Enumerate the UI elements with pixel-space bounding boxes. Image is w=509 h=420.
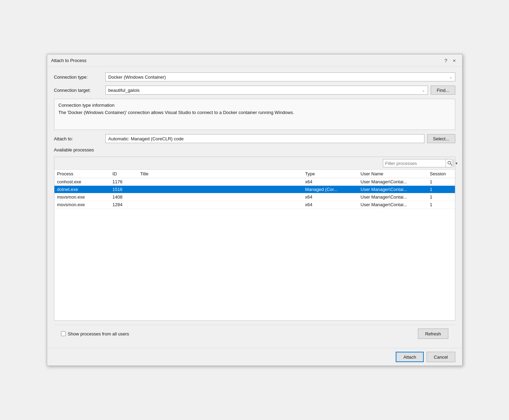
filter-processes-input[interactable] <box>383 160 446 167</box>
bottom-bar: Show processes from all users Refresh <box>54 325 455 342</box>
col-header-process: Process <box>54 170 110 178</box>
svg-point-0 <box>448 161 450 164</box>
title-bar-left: Attach to Process <box>51 58 87 63</box>
connection-target-combo[interactable]: beautiful_galois ⌄ <box>105 86 428 95</box>
connection-target-label: Connection target: <box>54 88 103 93</box>
processes-table: Process ID Title Type User Name Session … <box>54 170 455 209</box>
table-cell <box>138 186 302 193</box>
attach-to-value-box: Automatic: Managed (CoreCLR) code <box>105 134 424 143</box>
title-bar-controls: ? × <box>442 57 458 64</box>
info-box-text: The 'Docker (Windows Container)' connect… <box>59 110 451 115</box>
table-cell: x64 <box>302 193 358 201</box>
connection-target-row: Connection target: beautiful_galois ⌄ Fi… <box>54 86 455 95</box>
attach-to-label: Attach to: <box>54 136 103 141</box>
table-cell: 1516 <box>110 186 138 193</box>
table-cell: User Manager\Contai... <box>358 193 427 201</box>
table-cell: User Manager\Contai... <box>358 178 427 186</box>
col-header-username: User Name <box>358 170 427 178</box>
col-header-type: Type <box>302 170 358 178</box>
connection-type-arrow-icon: ⌄ <box>449 75 452 79</box>
info-box: Connection type information The 'Docker … <box>54 99 455 130</box>
table-cell: 1284 <box>110 201 138 209</box>
col-header-title: Title <box>138 170 302 178</box>
info-box-title: Connection type information <box>59 103 451 108</box>
table-cell: 1 <box>427 178 455 186</box>
close-button[interactable]: × <box>451 57 458 64</box>
table-cell: 1 <box>427 186 455 193</box>
table-cell: Managed (Cor... <box>302 186 358 193</box>
connection-target-arrow-icon: ⌄ <box>422 88 425 92</box>
table-cell: User Manager\Contai... <box>358 201 427 209</box>
attach-to-process-dialog: Attach to Process ? × Connection type: D… <box>47 54 463 366</box>
show-all-users-row: Show processes from all users <box>61 331 129 336</box>
connection-type-combo[interactable]: Docker (Windows Container) ⌄ <box>105 72 455 81</box>
svg-line-1 <box>450 164 452 165</box>
cancel-button[interactable]: Cancel <box>427 352 455 362</box>
table-cell: 1 <box>427 201 455 209</box>
filter-input-wrapper: ▼ <box>383 159 452 167</box>
show-all-users-label: Show processes from all users <box>68 331 129 336</box>
table-row[interactable]: msvsmon.exe1284x64User Manager\Contai...… <box>54 201 455 209</box>
available-processes-label: Available processes <box>54 147 455 152</box>
col-header-session: Session <box>427 170 455 178</box>
refresh-button[interactable]: Refresh <box>418 329 448 339</box>
attach-to-control: Automatic: Managed (CoreCLR) code Select… <box>105 134 455 143</box>
section-label-text: Available processes <box>54 147 94 152</box>
col-header-id: ID <box>110 170 138 178</box>
table-cell: msvsmon.exe <box>54 193 110 201</box>
connection-target-control: beautiful_galois ⌄ Find... <box>105 86 455 95</box>
filter-bar: ▼ <box>54 157 455 170</box>
table-row[interactable]: dotnet.exe1516Managed (Cor...User Manage… <box>54 186 455 193</box>
connection-type-row: Connection type: Docker (Windows Contain… <box>54 72 455 81</box>
table-row[interactable]: msvsmon.exe1408x64User Manager\Contai...… <box>54 193 455 201</box>
process-table: Process ID Title Type User Name Session … <box>54 170 455 320</box>
table-header-row: Process ID Title Type User Name Session <box>54 170 455 178</box>
connection-target-value: beautiful_galois <box>108 88 140 93</box>
help-button[interactable]: ? <box>442 57 449 64</box>
table-cell: x64 <box>302 201 358 209</box>
table-cell: 1176 <box>110 178 138 186</box>
dialog-body: Connection type: Docker (Windows Contain… <box>47 67 462 348</box>
connection-type-value: Docker (Windows Container) <box>108 75 166 80</box>
table-cell <box>138 201 302 209</box>
attach-to-row: Attach to: Automatic: Managed (CoreCLR) … <box>54 134 455 143</box>
show-all-users-checkbox[interactable] <box>61 331 66 336</box>
table-cell: msvsmon.exe <box>54 201 110 209</box>
table-cell: 1 <box>427 193 455 201</box>
find-button[interactable]: Find... <box>431 86 455 95</box>
dialog-title: Attach to Process <box>51 58 87 63</box>
attach-to-value: Automatic: Managed (CoreCLR) code <box>108 136 184 141</box>
table-cell: x64 <box>302 178 358 186</box>
filter-dropdown-button[interactable]: ▼ <box>454 159 459 167</box>
connection-type-control: Docker (Windows Container) ⌄ <box>105 72 455 81</box>
process-tbody: conhost.exe1176x64User Manager\Contai...… <box>54 178 455 209</box>
connection-type-label: Connection type: <box>54 75 103 80</box>
filter-search-button[interactable] <box>446 159 454 167</box>
table-cell <box>138 178 302 186</box>
select-button[interactable]: Select... <box>427 134 455 143</box>
table-cell: 1408 <box>110 193 138 201</box>
action-buttons: Attach Cancel <box>47 348 462 366</box>
table-row[interactable]: conhost.exe1176x64User Manager\Contai...… <box>54 178 455 186</box>
table-cell <box>138 193 302 201</box>
table-cell: User Manager\Contai... <box>358 186 427 193</box>
filter-dropdown-arrow-icon: ▼ <box>455 161 458 165</box>
table-cell: dotnet.exe <box>54 186 110 193</box>
table-cell: conhost.exe <box>54 178 110 186</box>
attach-button[interactable]: Attach <box>396 352 424 362</box>
search-icon <box>447 161 452 166</box>
title-bar: Attach to Process ? × <box>47 54 462 67</box>
available-processes-section: ▼ Process ID Title Type User Name Sessio… <box>54 157 455 321</box>
